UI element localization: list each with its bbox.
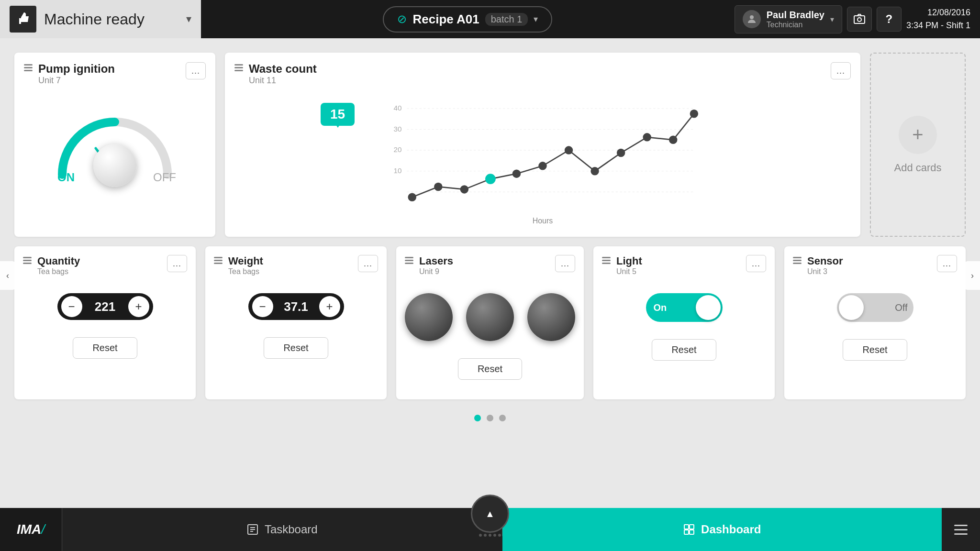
quantity-reset-button[interactable]: Reset [73,337,137,359]
pump-knob[interactable]: ON OFF [48,103,182,189]
light-subtitle: Unit 5 [616,267,642,276]
user-expand-icon[interactable]: ▾ [830,15,834,24]
sensor-title-group: Sensor Unit 3 [793,255,843,276]
svg-point-24 [669,136,677,144]
light-title-group: Light Unit 5 [602,255,642,276]
weight-increase-button[interactable]: + [319,296,340,317]
weight-decrease-button[interactable]: − [252,296,273,317]
camera-button[interactable] [847,7,872,32]
waste-title: Waste count [249,62,317,76]
add-cards-label: Add cards [894,162,941,174]
pump-card-header: Pump ignition Unit 7 ... [24,62,206,86]
scroll-left-arrow[interactable]: ‹ [0,261,15,290]
play-button[interactable]: ▲ [471,495,509,533]
pump-title-group: Pump ignition Unit 7 [24,62,115,86]
menu-button[interactable] [942,525,980,535]
weight-title: Weight [228,255,263,267]
quantity-increase-button[interactable]: + [128,296,149,317]
lasers-header: Lasers Unit 9 ... [405,255,575,276]
light-reset-button[interactable]: Reset [652,339,716,361]
add-cards-card[interactable]: + Add cards [870,53,966,237]
light-titles: Light Unit 5 [616,255,642,276]
svg-point-23 [643,133,651,141]
nav-dot-1[interactable] [474,415,481,421]
taskboard-label: Taskboard [265,523,318,536]
sensor-toggle[interactable]: Off [837,293,913,322]
bottom-cards-row: Quantity Tea bags ... − 221 + Reset [14,246,966,399]
dashboard-label: Dashboard [701,523,761,536]
svg-rect-30 [684,525,689,529]
tooltip-value: 15 [330,107,345,121]
pump-ignition-card: Pump ignition Unit 7 ... [14,53,215,237]
quantity-decrease-button[interactable]: − [61,296,82,317]
svg-point-20 [565,146,573,154]
weight-titles: Weight Tea bags [228,255,263,276]
laser-knob-2[interactable] [466,293,514,341]
status-dropdown-chevron[interactable]: ▾ [186,13,191,25]
datetime: 12/08/2016 3:34 PM - Shift 1 [906,6,970,32]
hamburger-icon [954,525,968,535]
svg-text:10: 10 [393,166,401,175]
play-up-icon: ▲ [485,508,495,519]
pump-titles: Pump ignition Unit 7 [38,62,115,86]
weight-options-button[interactable]: ... [358,255,378,272]
header: Machine ready ▾ ⊘ Recipe A01 batch 1 ▾ P… [0,0,980,38]
taskboard-button[interactable]: Taskboard [62,523,502,536]
knob-off-label: OFF [153,171,176,184]
light-toggle-on-label: On [654,302,667,313]
svg-text:20: 20 [393,145,401,154]
laser-knob-3[interactable] [527,293,575,341]
nav-dot-3[interactable] [499,415,506,421]
lasers-options-button[interactable]: ... [555,255,575,272]
svg-point-0 [750,15,754,19]
svg-point-17 [512,169,521,177]
user-info: Paul Bradley Technician [767,10,824,29]
waste-card-header: Waste count Unit 11 ... [234,62,851,86]
laser-knob-1[interactable] [405,293,453,341]
lasers-menu-icon[interactable] [405,255,413,264]
svg-point-25 [690,110,698,118]
weight-stepper: − 37.1 + [248,293,344,320]
weight-subtitle: Tea bags [228,267,263,276]
svg-rect-32 [684,530,689,534]
sensor-menu-icon[interactable] [793,255,802,264]
waste-options-button[interactable]: ... [831,62,851,79]
svg-point-2 [858,18,861,22]
waste-menu-icon[interactable] [234,62,243,71]
quantity-title-group: Quantity Tea bags [23,255,80,276]
sensor-header: Sensor Unit 3 ... [793,255,957,276]
weight-menu-icon[interactable] [214,255,223,264]
light-options-button[interactable]: ... [746,255,766,272]
recipe-button[interactable]: ⊘ Recipe A01 batch 1 ▾ [383,6,552,33]
taskboard-inner: Taskboard [246,523,318,536]
light-toggle[interactable]: On [646,293,723,322]
lasers-titles: Lasers Unit 9 [419,255,453,276]
waste-count-card: Waste count Unit 11 ... 15 [225,53,860,237]
lasers-card: Lasers Unit 9 ... Reset [396,246,584,399]
sensor-subtitle: Unit 3 [807,267,843,276]
quantity-options-button[interactable]: ... [167,255,187,272]
scroll-right-arrow[interactable]: › [965,261,980,290]
header-left: Machine ready ▾ [0,0,201,38]
quantity-menu-icon[interactable] [23,255,32,264]
lasers-reset-button[interactable]: Reset [458,358,522,380]
pump-menu-icon[interactable] [24,62,33,71]
weight-reset-button[interactable]: Reset [264,337,328,359]
help-button[interactable]: ? [877,7,902,32]
user-avatar [743,10,761,28]
light-toggle-thumb [696,295,721,320]
header-right: Paul Bradley Technician ▾ ? 12/08/2016 3… [735,5,980,33]
user-card[interactable]: Paul Bradley Technician ▾ [735,5,842,33]
nav-dot-2[interactable] [487,415,493,421]
top-cards-row: Pump ignition Unit 7 ... [14,53,966,237]
dashboard-button[interactable]: Dashboard [502,508,942,551]
light-menu-icon[interactable] [602,255,611,264]
recipe-arrow-icon: ▾ [534,14,538,24]
header-center: ⊘ Recipe A01 batch 1 ▾ [201,6,735,33]
sensor-reset-button[interactable]: Reset [843,339,907,361]
quantity-value: 221 [88,299,122,314]
pump-options-button[interactable]: ... [186,62,206,79]
recipe-batch: batch 1 [485,13,528,26]
quantity-subtitle: Tea bags [37,267,80,276]
sensor-options-button[interactable]: ... [937,255,957,272]
